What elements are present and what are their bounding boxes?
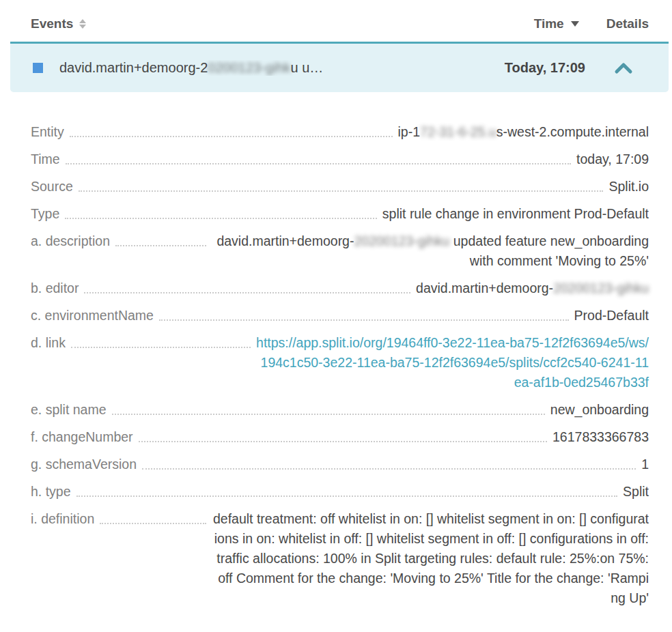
split-event-link[interactable]: https://app.split.io/org/19464ff0-3e22-1…: [256, 335, 649, 390]
property-row-environment-name: c. environmentName Prod-Default: [31, 306, 649, 326]
redacted-text: 20200123-gihku: [553, 281, 649, 296]
property-value: david.martin+demoorg-20200123-gihku: [416, 278, 649, 298]
property-value: david.martin+demoorg-20200123-gihku upda…: [212, 231, 649, 271]
leader-dots: [142, 455, 636, 470]
time-column-label: Time: [534, 16, 564, 31]
selected-event-row[interactable]: david.martin+demoorg-20200123-gihku u… T…: [10, 42, 669, 92]
property-row-change-number: f. changeNumber 1617833366783: [31, 427, 649, 447]
property-row-entity: Entity ip-172-31-6-25.us-west-2.compute.…: [31, 122, 649, 142]
property-label: d. link: [31, 333, 66, 353]
event-title: david.martin+demoorg-20200123-gihku u…: [59, 60, 505, 76]
leader-dots: [76, 482, 618, 497]
property-value: Split.io: [608, 177, 649, 197]
property-label: b. editor: [31, 278, 79, 298]
events-column-label: Events: [31, 16, 73, 31]
property-value: split rule change in environment Prod-De…: [382, 204, 649, 224]
property-value: default treatment: off whitelist in on: …: [212, 509, 649, 608]
property-label: g. schemaVersion: [31, 455, 137, 474]
column-header-details: Details: [606, 16, 649, 31]
property-row-schema-version: g. schemaVersion 1: [31, 455, 649, 474]
property-row-definition: i. definition default treatment: off whi…: [31, 509, 649, 608]
leader-dots: [115, 231, 206, 246]
property-row-event-type: h. type Split: [31, 482, 649, 502]
property-value: Split: [623, 482, 649, 502]
property-row-type: Type split rule change in environment Pr…: [31, 204, 649, 224]
property-label: i. definition: [31, 509, 94, 529]
leader-dots: [65, 204, 377, 219]
leader-dots: [100, 509, 206, 524]
property-value: Prod-Default: [574, 306, 649, 326]
property-value: ip-172-31-6-25.us-west-2.compute.interna…: [398, 122, 649, 142]
leader-dots: [84, 278, 410, 293]
property-label: f. changeNumber: [31, 427, 133, 447]
redacted-text: 20200123-gihku: [354, 233, 449, 248]
property-value: new_onboarding: [550, 400, 649, 420]
property-label: Source: [31, 177, 73, 197]
property-row-source: Source Split.io: [31, 177, 649, 197]
leader-dots: [139, 427, 547, 442]
property-row-description: a. description david.martin+demoorg-2020…: [31, 231, 649, 271]
property-label: Type: [31, 204, 59, 224]
property-label: Time: [31, 149, 60, 169]
leader-dots: [79, 177, 604, 192]
property-row-time: Time today, 17:09: [31, 149, 649, 169]
property-row-link: d. link https://app.split.io/org/19464ff…: [31, 333, 649, 392]
property-value: 1: [641, 455, 649, 474]
leader-dots: [159, 306, 569, 321]
caret-down-icon: [571, 21, 579, 27]
property-row-editor: b. editor david.martin+demoorg-20200123-…: [31, 278, 649, 298]
property-value: https://app.split.io/org/19464ff0-3e22-1…: [256, 333, 649, 392]
property-label: h. type: [31, 482, 71, 502]
property-row-split-name: e. split name new_onboarding: [31, 400, 649, 420]
property-value: today, 17:09: [576, 149, 649, 169]
leader-dots: [66, 149, 572, 164]
column-header-events[interactable]: Events: [31, 16, 86, 31]
property-label: e. split name: [31, 400, 107, 420]
leader-dots: [71, 333, 251, 348]
event-marker-icon: [33, 63, 43, 73]
event-properties-panel: Entity ip-172-31-6-25.us-west-2.compute.…: [0, 92, 672, 608]
leader-dots: [112, 400, 545, 415]
property-label: Entity: [31, 122, 64, 142]
column-header-time[interactable]: Time: [534, 16, 579, 31]
event-time: Today, 17:09: [505, 60, 585, 76]
event-title-text: david.martin+demoorg-2: [59, 60, 208, 75]
redacted-text: 72-31-6-25.u: [420, 124, 496, 139]
event-title-truncation: u u…: [291, 60, 324, 75]
property-value: 1617833366783: [552, 427, 649, 447]
property-label: c. environmentName: [31, 306, 154, 326]
redacted-text: 0200123-gihk: [208, 60, 290, 75]
chevron-up-icon[interactable]: [614, 61, 633, 75]
leader-dots: [70, 122, 393, 137]
events-table-header: Events Time Details: [0, 0, 672, 42]
sort-updown-icon[interactable]: [79, 19, 86, 29]
property-label: a. description: [31, 231, 110, 251]
